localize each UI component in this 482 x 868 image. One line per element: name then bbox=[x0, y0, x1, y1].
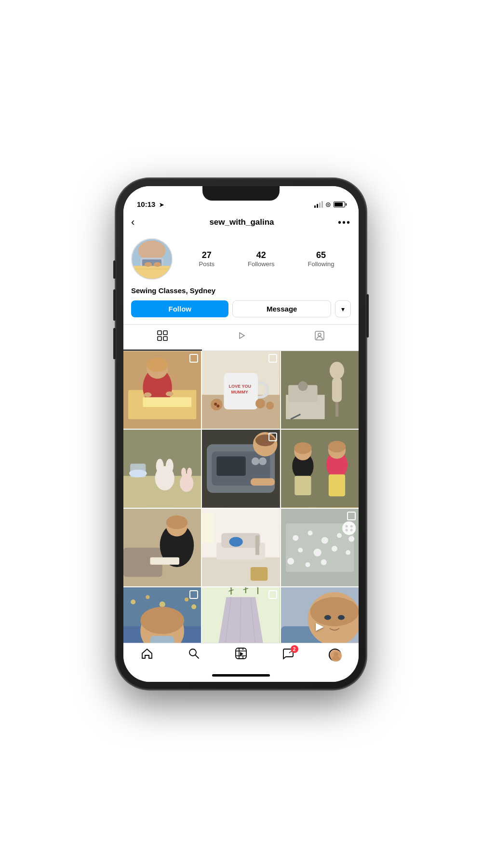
nav-search[interactable] bbox=[187, 647, 200, 663]
svg-rect-11 bbox=[163, 337, 167, 340]
svg-point-14 bbox=[318, 333, 321, 336]
svg-point-30 bbox=[217, 405, 220, 407]
grid-item[interactable] bbox=[202, 587, 280, 643]
profile-avatar-nav bbox=[329, 649, 341, 661]
back-button[interactable]: ‹ bbox=[131, 216, 146, 229]
svg-rect-8 bbox=[158, 331, 161, 335]
svg-rect-79 bbox=[202, 557, 280, 586]
svg-point-98 bbox=[305, 562, 310, 567]
svg-marker-12 bbox=[240, 333, 244, 339]
grid-item[interactable] bbox=[281, 509, 359, 586]
avatar-image bbox=[132, 239, 172, 279]
stats-row: 27 Posts 42 Followers 65 Following bbox=[182, 250, 351, 268]
svg-point-83 bbox=[229, 537, 243, 546]
svg-rect-85 bbox=[202, 514, 214, 542]
svg-point-116 bbox=[140, 607, 184, 634]
svg-point-100 bbox=[342, 521, 356, 535]
silent-button[interactable] bbox=[113, 260, 116, 279]
svg-rect-84 bbox=[251, 567, 268, 581]
svg-rect-76 bbox=[150, 557, 179, 564]
svg-rect-36 bbox=[335, 402, 338, 417]
posts-label: Posts bbox=[199, 260, 214, 268]
svg-point-93 bbox=[298, 547, 303, 552]
grid-item[interactable] bbox=[202, 509, 280, 586]
posts-stat[interactable]: 27 Posts bbox=[199, 250, 214, 268]
phone-wrapper: 10:13 ➤ ⊜ ‹ sew_with_galina ••• bbox=[116, 178, 366, 690]
svg-point-75 bbox=[166, 515, 187, 529]
grid-item[interactable]: LOVE YOU MUMMY bbox=[202, 351, 280, 429]
search-icon bbox=[187, 647, 200, 663]
svg-point-29 bbox=[214, 403, 217, 406]
nav-reels[interactable] bbox=[235, 647, 247, 663]
nav-home[interactable] bbox=[141, 647, 153, 663]
volume-down-button[interactable] bbox=[113, 328, 116, 359]
message-button[interactable]: Message bbox=[232, 300, 331, 317]
svg-point-57 bbox=[252, 458, 259, 465]
svg-point-130 bbox=[324, 615, 331, 620]
action-buttons: Follow Message ▾ bbox=[131, 300, 351, 317]
svg-point-88 bbox=[293, 535, 298, 541]
grid-item[interactable] bbox=[281, 351, 359, 429]
multi-photo-badge bbox=[268, 433, 277, 441]
following-stat[interactable]: 65 Following bbox=[308, 250, 335, 268]
location-arrow-icon: ➤ bbox=[159, 202, 164, 208]
screen-content[interactable]: ‹ sew_with_galina ••• bbox=[123, 211, 359, 643]
svg-point-48 bbox=[158, 467, 172, 482]
tab-tagged[interactable] bbox=[280, 325, 359, 351]
svg-point-91 bbox=[337, 533, 342, 538]
svg-point-6 bbox=[145, 262, 152, 267]
svg-rect-82 bbox=[255, 535, 259, 555]
svg-text:LOVE YOU: LOVE YOU bbox=[229, 384, 252, 389]
grid-item[interactable] bbox=[123, 430, 201, 507]
grid-item[interactable] bbox=[123, 509, 201, 586]
multi-photo-badge bbox=[189, 354, 198, 363]
follow-button[interactable]: Follow bbox=[131, 300, 228, 317]
home-bar bbox=[212, 674, 270, 677]
tab-bar bbox=[123, 324, 359, 351]
followers-count: 42 bbox=[256, 250, 266, 260]
grid-icon bbox=[157, 330, 168, 344]
svg-point-97 bbox=[287, 557, 294, 564]
svg-point-68 bbox=[328, 441, 345, 453]
avatar[interactable] bbox=[131, 238, 173, 280]
svg-text:MUMMY: MUMMY bbox=[231, 390, 248, 394]
svg-point-131 bbox=[338, 615, 345, 620]
dropdown-button[interactable]: ▾ bbox=[335, 300, 351, 317]
grid-item[interactable] bbox=[202, 430, 280, 507]
grid-item[interactable]: ▶ bbox=[281, 587, 359, 643]
volume-up-button[interactable] bbox=[113, 289, 116, 321]
grid-item[interactable] bbox=[281, 430, 359, 507]
messages-badge: 2 bbox=[291, 645, 298, 653]
nav-profile[interactable] bbox=[329, 649, 341, 661]
svg-rect-10 bbox=[158, 337, 161, 340]
profile-section: 27 Posts 42 Followers 65 Following S bbox=[123, 233, 359, 317]
svg-point-111 bbox=[191, 604, 196, 609]
svg-rect-35 bbox=[332, 378, 342, 402]
svg-point-51 bbox=[181, 468, 186, 477]
multi-photo-badge bbox=[268, 354, 277, 363]
photo-grid: LOVE YOU MUMMY bbox=[123, 351, 359, 643]
svg-point-39 bbox=[298, 381, 308, 391]
grid-item[interactable] bbox=[123, 587, 201, 643]
svg-point-94 bbox=[313, 548, 321, 556]
followers-stat[interactable]: 42 Followers bbox=[248, 250, 275, 268]
svg-point-90 bbox=[321, 537, 328, 543]
power-button[interactable] bbox=[366, 294, 369, 338]
svg-point-102 bbox=[350, 525, 352, 527]
svg-point-101 bbox=[345, 525, 348, 527]
tagged-icon bbox=[314, 330, 325, 344]
more-options-button[interactable]: ••• bbox=[338, 217, 351, 228]
home-indicator bbox=[123, 668, 359, 682]
play-icon: ▶ bbox=[316, 620, 324, 633]
svg-point-22 bbox=[166, 392, 174, 396]
svg-point-95 bbox=[332, 545, 337, 551]
tab-grid[interactable] bbox=[123, 325, 202, 351]
svg-point-110 bbox=[185, 597, 188, 601]
svg-point-92 bbox=[348, 536, 354, 542]
grid-item[interactable] bbox=[123, 351, 201, 429]
nav-messages[interactable]: 2 bbox=[282, 647, 295, 663]
svg-point-96 bbox=[346, 550, 350, 555]
tab-reels[interactable] bbox=[202, 325, 281, 351]
svg-point-7 bbox=[154, 262, 161, 267]
status-icons: ⊜ bbox=[314, 201, 345, 208]
